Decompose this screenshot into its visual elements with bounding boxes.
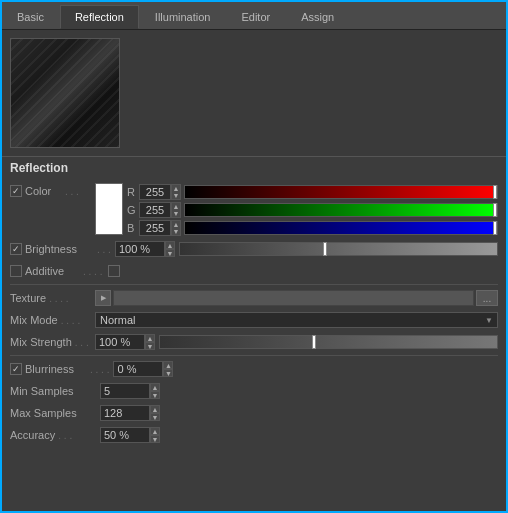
mix-strength-row: Mix Strength . . . ▲▼ <box>2 331 506 353</box>
max-samples-label: Max Samples <box>10 407 100 419</box>
blurriness-input[interactable] <box>113 361 163 377</box>
b-label: B <box>127 222 137 234</box>
brightness-spinner[interactable]: ▲▼ <box>165 241 175 257</box>
min-samples-input[interactable] <box>100 383 150 399</box>
blurriness-spinner[interactable]: ▲▼ <box>163 361 173 377</box>
r-row: R ▲▼ <box>127 183 498 200</box>
b-spinner[interactable]: ▲▼ <box>171 220 181 236</box>
max-samples-row: Max Samples ▲▼ <box>2 402 506 424</box>
mix-strength-slider[interactable] <box>159 335 498 349</box>
color-checkbox[interactable] <box>10 185 22 197</box>
max-samples-spinner[interactable]: ▲▼ <box>150 405 160 421</box>
g-input[interactable] <box>139 202 171 218</box>
r-label: R <box>127 186 137 198</box>
r-thumb <box>493 185 497 199</box>
g-row: G ▲▼ <box>127 201 498 218</box>
texture-bar[interactable] <box>113 290 474 306</box>
mix-mode-label: Mix Mode . . . . <box>10 314 95 326</box>
texture-more-button[interactable]: ... <box>476 290 498 306</box>
mix-strength-input[interactable] <box>95 334 145 350</box>
max-samples-spinner-pair: ▲▼ <box>100 405 160 421</box>
r-spinner[interactable]: ▲▼ <box>171 184 181 200</box>
b-slider[interactable] <box>184 221 498 235</box>
divider-2 <box>10 355 498 356</box>
min-samples-spinner[interactable]: ▲▼ <box>150 383 160 399</box>
blurriness-spinner-pair: ▲▼ <box>113 361 173 377</box>
tab-editor[interactable]: Editor <box>226 5 285 29</box>
color-label-group: Color . . . <box>10 185 95 197</box>
texture-label: Texture . . . . <box>10 292 95 304</box>
mix-strength-spinner[interactable]: ▲▼ <box>145 334 155 350</box>
mix-mode-row: Mix Mode . . . . Normal ▼ <box>2 309 506 331</box>
r-slider[interactable] <box>184 185 498 199</box>
color-swatch[interactable] <box>95 183 123 235</box>
accuracy-spinner[interactable]: ▲▼ <box>150 427 160 443</box>
rgb-rows: R ▲▼ G ▲▼ <box>127 183 498 236</box>
b-row: B ▲▼ <box>127 219 498 236</box>
tab-basic[interactable]: Basic <box>2 5 59 29</box>
additive-value-checkbox[interactable] <box>108 265 120 277</box>
accuracy-spinner-pair: ▲▼ <box>100 427 160 443</box>
section-header: Reflection <box>2 156 506 179</box>
mix-strength-spinner-pair: ▲▼ <box>95 334 155 350</box>
dropdown-arrow-icon: ▼ <box>485 316 493 325</box>
additive-row: Additive . . . . <box>2 260 506 282</box>
b-thumb <box>493 221 497 235</box>
properties-area: Color . . . R ▲▼ G ▲▼ <box>2 179 506 448</box>
min-samples-label: Min Samples <box>10 385 100 397</box>
g-spinner[interactable]: ▲▼ <box>171 202 181 218</box>
g-label: G <box>127 204 137 216</box>
brightness-row: Brightness . . . ▲▼ <box>2 238 506 260</box>
g-slider[interactable] <box>184 203 498 217</box>
accuracy-input[interactable] <box>100 427 150 443</box>
tab-illumination[interactable]: Illumination <box>140 5 226 29</box>
brightness-thumb <box>323 242 327 256</box>
g-thumb <box>493 203 497 217</box>
blurriness-checkbox[interactable] <box>10 363 22 375</box>
accuracy-label: Accuracy . . . <box>10 429 100 441</box>
min-samples-row: Min Samples ▲▼ <box>2 380 506 402</box>
max-samples-input[interactable] <box>100 405 150 421</box>
blurriness-row: Blurriness . . . . ▲▼ <box>2 358 506 380</box>
additive-label: Additive <box>25 265 83 277</box>
tab-reflection[interactable]: Reflection <box>60 5 139 29</box>
brightness-slider[interactable] <box>179 242 498 256</box>
mix-strength-thumb <box>312 335 316 349</box>
brightness-spinner-pair: ▲▼ <box>115 241 175 257</box>
tab-assign[interactable]: Assign <box>286 5 349 29</box>
b-input[interactable] <box>139 220 171 236</box>
brightness-input[interactable] <box>115 241 165 257</box>
texture-row: Texture . . . . ... <box>2 287 506 309</box>
accuracy-row: Accuracy . . . ▲▼ <box>2 424 506 446</box>
additive-checkbox[interactable] <box>10 265 22 277</box>
tab-bar: Basic Reflection Illumination Editor Ass… <box>2 2 506 30</box>
mix-strength-label: Mix Strength . . . <box>10 336 95 348</box>
min-samples-spinner-pair: ▲▼ <box>100 383 160 399</box>
color-section: Color . . . R ▲▼ G ▲▼ <box>2 181 506 238</box>
blurriness-label: Blurriness <box>25 363 90 375</box>
mix-mode-dropdown[interactable]: Normal ▼ <box>95 312 498 328</box>
divider-1 <box>10 284 498 285</box>
brightness-label: Brightness <box>25 243 97 255</box>
preview-box <box>10 38 120 148</box>
brightness-checkbox[interactable] <box>10 243 22 255</box>
color-label: Color <box>25 185 65 197</box>
texture-play-button[interactable] <box>95 290 111 306</box>
preview-thumbnail <box>11 39 119 147</box>
r-input[interactable] <box>139 184 171 200</box>
preview-area <box>2 30 506 156</box>
